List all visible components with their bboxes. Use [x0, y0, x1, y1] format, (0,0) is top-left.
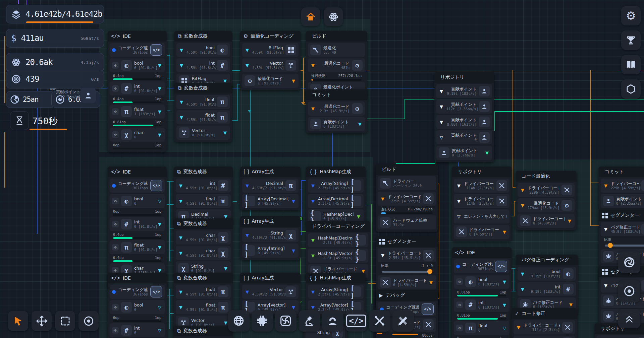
input-port[interactable]: ▼ [380, 253, 385, 258]
input-port[interactable]: ▼ [245, 233, 250, 238]
topbar-home-button[interactable] [301, 7, 320, 26]
input-port[interactable]: ▼ [456, 199, 462, 204]
input-port[interactable]: ▼ [456, 183, 462, 188]
tool-radius-select-button[interactable] [78, 311, 99, 331]
open-editor-button[interactable]: </> [422, 303, 434, 315]
node-ide-1[interactable]: </>IDEコーディング速度3671ops</>⚙◐bool0 [91.8t/s… [108, 31, 167, 152]
node-arraygen-2[interactable]: [ ]Array生成▼String4.59t/2 [91.8t/s]χ[ ]Ar… [240, 216, 301, 260]
input-port[interactable]: ▼ [520, 188, 525, 193]
hud-mini-shards[interactable]: 25an [6, 91, 55, 108]
input-port[interactable]: ▼ [245, 289, 250, 294]
input-port[interactable]: ▼ [603, 227, 608, 232]
input-port[interactable]: ▼ [516, 325, 521, 330]
node-varsynth-5[interactable]: ⧉変数合成器▼float4.59t [91.8t/s]π▼float4.59t … [174, 273, 233, 332]
input-port[interactable]: ▼ [520, 287, 525, 292]
input-port[interactable]: ▼ [179, 48, 184, 53]
output-port[interactable]: ▼ [291, 248, 296, 253]
input-port[interactable]: ▼ [310, 106, 316, 111]
input-port[interactable]: ▼ [310, 199, 316, 204]
node-hashmapgen-1[interactable]: { }HashMap生成▼Array[String]2.3t/1 [45.9t/… [306, 166, 366, 226]
tool-move-button[interactable] [32, 311, 52, 331]
element-input-field[interactable]: ▽エレメントを入力してく [454, 209, 509, 223]
input-port[interactable]: ▼ [603, 183, 608, 188]
output-port[interactable]: ▽ [502, 326, 507, 331]
input-port[interactable]: ▼ [178, 289, 183, 294]
ratio-slider[interactable]: 比率1 : 9 [378, 264, 436, 274]
node-opt-coding[interactable]: ⚙最適化コーディング▼BitFlag4.59t [91.8t/s]▼Vector… [240, 31, 301, 90]
input-port[interactable]: ▼ [310, 253, 316, 258]
output-port[interactable]: ▼ [222, 130, 228, 135]
dock-tools-button[interactable] [369, 310, 390, 332]
output-port[interactable]: ▼ [502, 229, 507, 234]
corner-aperture-button[interactable] [618, 251, 640, 273]
output-port[interactable]: ▼ [223, 320, 228, 325]
node-build-1[interactable]: ビルド最適化Lv. 49▼最適化コード481b⚙進行状況257t/28.1aa⚙… [306, 31, 367, 98]
dock-network-button[interactable] [228, 310, 250, 332]
input-port[interactable]: ▼ [520, 271, 525, 276]
input-port[interactable]: ▼ [310, 63, 316, 68]
node-repo-1[interactable]: リポジトリ▼貢献ポイント9.19t [183t/s]▼貢献ポイント117t [2… [434, 72, 494, 162]
node-ide-2[interactable]: </>IDEコーディング速度3671ops</>⚙◐bool0▽0op1op⚙#… [108, 166, 167, 287]
node-arraygen-1[interactable]: [ ]Array生成▼Decimal4.59t/2 [91.8t/s]π[ ]A… [240, 166, 301, 210]
input-port[interactable]: ▼ [178, 251, 183, 256]
rightbar-modules-button[interactable] [621, 79, 641, 99]
node-code-opt[interactable]: コード最適化▼ドライバーコード ✔229b [4.59t/s]▼最適化コード17… [516, 171, 577, 230]
tool-box-select-button[interactable] [55, 311, 75, 331]
output-port[interactable]: ▼ [568, 302, 574, 307]
output-port[interactable]: ▼ [157, 268, 162, 273]
input-port[interactable]: ▼ [310, 183, 316, 188]
node-varsynth-2[interactable]: ⧉変数合成器▼float4.59t [91.8t/s]π▼float4.59t … [174, 83, 232, 142]
node-ide-3[interactable]: </>IDEコーディング速度3671ops</>⚙◐bool0 [183t/s]… [452, 247, 512, 338]
input-port[interactable]: ▼ [178, 305, 183, 310]
dock-hardware-button[interactable] [252, 310, 273, 332]
hud-card-cores[interactable]: 4390/s [6, 70, 104, 88]
topbar-research-tree-button[interactable] [324, 7, 343, 26]
output-port[interactable]: ▼ [157, 222, 162, 227]
input-port[interactable]: ▼ [245, 183, 250, 188]
node-build-2[interactable]: ビルドドライバーバージョン 20.0▼ドライバーコード229b [4.59t/s… [376, 164, 438, 232]
node-repo-2[interactable]: リポジトリ▼ドライバーコード ✔114b [2.3t/s]▼ドライバーコード ✔… [452, 166, 512, 241]
hud-card-storage[interactable]: 4.61e42b/4.61e42b [6, 5, 104, 23]
input-port[interactable]: ▼ [310, 289, 316, 294]
open-editor-button[interactable]: </> [150, 286, 162, 297]
input-port[interactable]: ▼ [310, 305, 316, 310]
input-port[interactable]: ▼ [520, 203, 525, 208]
input-port[interactable]: ▼ [439, 104, 444, 109]
input-port[interactable]: ▼ [245, 48, 250, 53]
input-port[interactable]: ▼ [310, 238, 316, 243]
input-port[interactable]: ▽ [439, 135, 444, 140]
dock-cooling-button[interactable] [275, 310, 297, 332]
hud-card-money[interactable]: $411au568at/s [6, 29, 104, 48]
node-varsynth-3[interactable]: ⧉変数合成器▼int4.59t [91.8t/s]#▼float4.59t [9… [174, 166, 233, 226]
open-editor-button[interactable]: </> [150, 44, 162, 56]
output-port[interactable]: ▼ [567, 218, 572, 223]
corner-collapse-button[interactable] [618, 309, 640, 328]
ratio-slider[interactable]: 比率 [601, 238, 644, 248]
node-varsynth-4[interactable]: ⧉変数合成器▼char4.59t [91.8t/s]χ▼char4.59t [9… [174, 218, 233, 278]
dock-design-button[interactable] [392, 310, 414, 332]
output-port[interactable]: ▼ [502, 279, 507, 284]
node-varsynth-6[interactable]: ⧉変数合成器▼charχ [174, 326, 233, 338]
node-commit-1[interactable]: コミット▼最適化コード2.3t [45.9t/s]⚙貢献ポイント0 [183t/… [306, 89, 367, 133]
node-code-fix[interactable]: ✓コード修正▼ドライバーコード ●114b [2.3t/s]▼バグ修正コード54… [512, 308, 577, 338]
dock-agent-button[interactable] [322, 310, 343, 332]
corner-focus-button[interactable] [618, 280, 640, 302]
node-driver-coding[interactable]: ドライバーコーディング▼HashMap[Decimal]2.3t [45.9t/… [306, 221, 370, 280]
output-port[interactable]: ▼ [157, 86, 162, 91]
rightbar-achievements-button[interactable] [621, 30, 641, 50]
rightbar-settings-button[interactable]: ⚙ [621, 6, 641, 25]
output-port[interactable]: ▼ [291, 78, 296, 83]
input-port[interactable]: ▼ [179, 99, 184, 105]
output-port[interactable]: ▼ [356, 214, 361, 219]
output-port[interactable]: ▽ [157, 199, 162, 204]
rightbar-encyclopedia-button[interactable] [621, 55, 641, 74]
hud-card-research[interactable]: 20.6ak4.3aj/s [6, 53, 104, 72]
input-port[interactable]: ▼ [380, 196, 385, 201]
output-port[interactable]: ▼ [502, 302, 507, 308]
output-port[interactable]: ▽ [157, 305, 162, 310]
output-port[interactable]: ▼ [291, 199, 296, 204]
input-port[interactable]: ▼ [179, 115, 184, 120]
game-viewport[interactable]: { "hud": { "cards": [ {"id":"storage","i… [0, 0, 644, 338]
tool-select-button[interactable] [8, 311, 28, 331]
output-port[interactable]: ▼ [157, 245, 162, 250]
